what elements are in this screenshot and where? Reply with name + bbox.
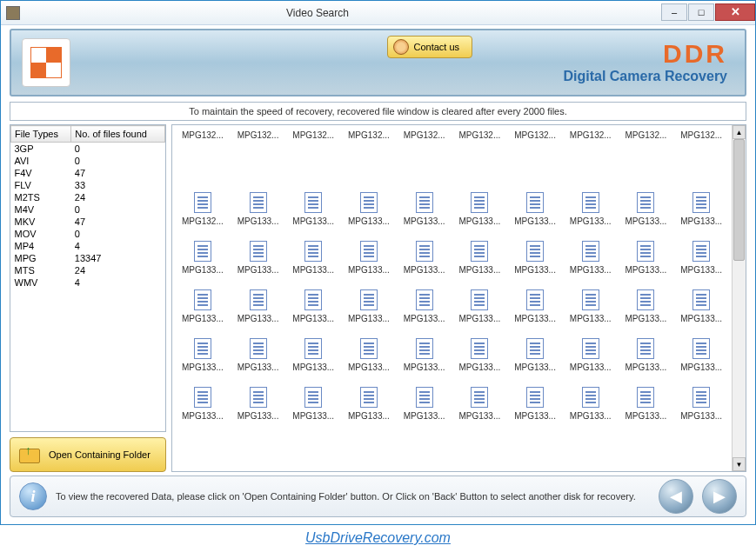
open-containing-folder-button[interactable]: Open Containing Folder	[10, 437, 166, 472]
scroll-track[interactable]	[733, 139, 746, 457]
header-banner: Contact us DDR Digital Camera Recovery	[10, 29, 746, 96]
file-item[interactable]: MPG133...	[564, 374, 618, 421]
file-item[interactable]: MPG133...	[453, 325, 507, 372]
file-item[interactable]: MPG133...	[564, 228, 618, 275]
minimize-button[interactable]: –	[661, 3, 687, 21]
file-item[interactable]: MPG133...	[619, 374, 673, 421]
file-grid[interactable]: MPG132...MPG132...MPG132...MPG132...MPG1…	[172, 125, 732, 471]
file-item[interactable]: MPG132...	[286, 130, 340, 177]
file-item[interactable]: MPG133...	[508, 374, 562, 421]
table-row[interactable]: MP44	[11, 240, 165, 252]
file-item[interactable]: MPG133...	[619, 325, 673, 372]
window-controls: – □ ✕	[660, 3, 755, 23]
table-row[interactable]: MTS24	[11, 264, 165, 276]
maximize-button[interactable]: □	[688, 3, 714, 21]
file-item[interactable]: MPG132...	[508, 130, 562, 177]
file-item[interactable]: MPG133...	[286, 228, 340, 275]
table-row[interactable]: MPG13347	[11, 252, 165, 264]
file-item[interactable]: MPG133...	[398, 374, 452, 421]
scroll-thumb[interactable]	[733, 139, 745, 261]
table-row[interactable]: M4V0	[11, 203, 165, 216]
file-item[interactable]: MPG132...	[398, 130, 452, 177]
file-item[interactable]: MPG133...	[342, 276, 396, 323]
file-label: MPG132...	[514, 130, 556, 140]
file-item[interactable]: MPG133...	[398, 228, 452, 275]
file-item[interactable]: MPG133...	[176, 276, 230, 323]
file-item[interactable]: MPG132...	[342, 130, 396, 177]
file-item[interactable]: MPG133...	[231, 179, 285, 226]
file-item[interactable]: MPG133...	[231, 374, 285, 421]
file-item[interactable]: MPG132...	[453, 130, 507, 177]
file-item[interactable]: MPG132...	[674, 130, 728, 177]
file-item[interactable]: MPG132...	[176, 179, 230, 226]
file-item[interactable]: MPG133...	[453, 374, 507, 421]
file-label: MPG133...	[404, 216, 445, 226]
file-item[interactable]: MPG133...	[674, 276, 728, 323]
file-label: MPG133...	[404, 362, 445, 372]
file-item[interactable]: MPG133...	[342, 325, 396, 372]
contact-us-button[interactable]: Contact us	[387, 36, 473, 58]
col-header-type[interactable]: File Types	[11, 126, 71, 143]
table-row[interactable]: AVI0	[11, 155, 165, 167]
file-item[interactable]: MPG133...	[564, 325, 618, 372]
file-item[interactable]: MPG133...	[231, 276, 285, 323]
cell-count: 4	[71, 240, 165, 252]
document-icon	[360, 338, 378, 359]
file-item[interactable]: MPG133...	[176, 228, 230, 275]
file-item[interactable]: MPG133...	[619, 276, 673, 323]
file-item[interactable]: MPG133...	[674, 374, 728, 421]
file-item[interactable]: MPG133...	[342, 374, 396, 421]
col-header-count[interactable]: No. of files found	[71, 126, 165, 143]
file-item[interactable]: MPG133...	[508, 325, 562, 372]
file-item[interactable]: MPG133...	[508, 276, 562, 323]
file-item[interactable]: MPG133...	[619, 228, 673, 275]
scroll-up-button[interactable]: ▲	[733, 125, 746, 139]
file-item[interactable]: MPG133...	[398, 276, 452, 323]
file-item[interactable]: MPG133...	[176, 374, 230, 421]
window-title: Video Search	[0, 7, 660, 19]
scroll-down-button[interactable]: ▼	[733, 457, 746, 471]
file-item[interactable]: MPG132...	[231, 130, 285, 177]
file-label: MPG132...	[680, 130, 722, 140]
file-item[interactable]: MPG133...	[453, 228, 507, 275]
file-item[interactable]: MPG132...	[619, 130, 673, 177]
next-button[interactable]: ▶	[702, 479, 737, 514]
file-item[interactable]: MPG133...	[176, 325, 230, 372]
table-row[interactable]: WMV4	[11, 276, 165, 289]
file-item[interactable]: MPG133...	[508, 179, 562, 226]
table-row[interactable]: 3GP0	[11, 143, 165, 156]
table-row[interactable]: M2TS24	[11, 191, 165, 203]
table-row[interactable]: FLV33	[11, 179, 165, 191]
file-item[interactable]: MPG133...	[342, 179, 396, 226]
file-label: MPG133...	[348, 362, 390, 372]
file-item[interactable]: MPG132...	[564, 130, 618, 177]
file-item[interactable]: MPG133...	[342, 228, 396, 275]
file-item[interactable]: MPG133...	[286, 276, 340, 323]
table-row[interactable]: MOV0	[11, 228, 165, 240]
table-row[interactable]: F4V47	[11, 167, 165, 179]
file-item[interactable]: MPG133...	[398, 179, 452, 226]
site-link[interactable]: UsbDriveRecovery.com	[0, 525, 756, 551]
file-item[interactable]: MPG133...	[398, 325, 452, 372]
file-item[interactable]: MPG133...	[564, 276, 618, 323]
file-item[interactable]: MPG133...	[286, 179, 340, 226]
table-row[interactable]: MKV47	[11, 216, 165, 228]
file-item[interactable]: MPG133...	[674, 325, 728, 372]
file-item[interactable]: MPG133...	[231, 228, 285, 275]
file-item[interactable]: MPG133...	[508, 228, 562, 275]
file-item[interactable]: MPG133...	[286, 374, 340, 421]
file-item[interactable]: MPG133...	[286, 325, 340, 372]
file-item[interactable]: MPG133...	[453, 179, 507, 226]
left-column: File Types No. of files found 3GP0AVI0F4…	[10, 124, 166, 472]
file-item[interactable]: MPG133...	[619, 179, 673, 226]
back-button[interactable]: ◀	[659, 479, 693, 514]
file-item[interactable]: MPG133...	[674, 179, 728, 226]
file-item[interactable]: MPG133...	[453, 276, 507, 323]
document-icon	[692, 338, 710, 359]
file-label: MPG133...	[238, 314, 279, 323]
file-item[interactable]: MPG132...	[176, 130, 230, 177]
file-item[interactable]: MPG133...	[231, 325, 285, 372]
file-item[interactable]: MPG133...	[674, 228, 728, 275]
close-button[interactable]: ✕	[715, 3, 755, 21]
file-item[interactable]: MPG133...	[564, 179, 618, 226]
